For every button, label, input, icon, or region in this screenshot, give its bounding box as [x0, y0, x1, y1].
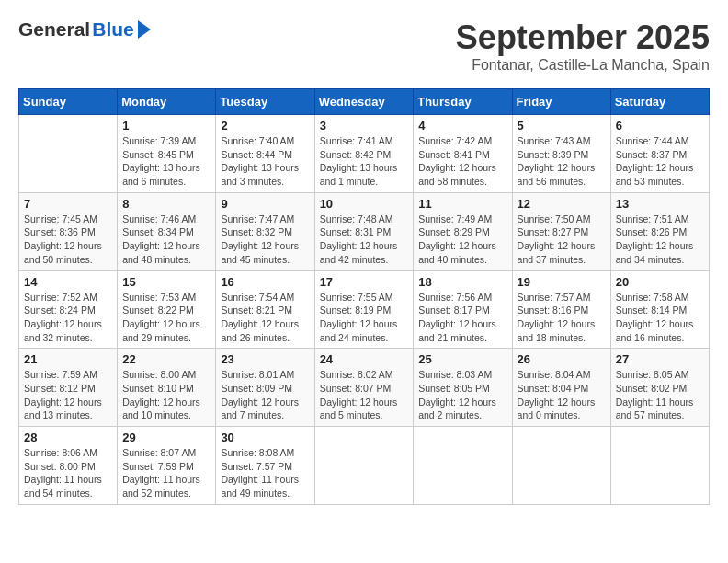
calendar-day-cell: 3Sunrise: 7:41 AM Sunset: 8:42 PM Daylig…: [314, 115, 414, 193]
calendar-day-cell: 8Sunrise: 7:46 AM Sunset: 8:34 PM Daylig…: [118, 192, 216, 270]
logo-general-text: General: [18, 18, 90, 40]
location: Fontanar, Castille-La Mancha, Spain: [456, 57, 710, 74]
day-info: Sunrise: 8:04 AM Sunset: 8:04 PM Dayligh…: [518, 368, 606, 422]
day-number: 6: [616, 119, 704, 132]
day-info: Sunrise: 7:41 AM Sunset: 8:42 PM Dayligh…: [320, 134, 409, 189]
calendar-header-cell: Wednesday: [314, 89, 414, 115]
day-number: 11: [418, 197, 506, 211]
calendar-day-cell: [512, 427, 610, 505]
day-number: 22: [122, 352, 210, 366]
calendar-day-cell: 20Sunrise: 7:58 AM Sunset: 8:14 PM Dayli…: [610, 270, 709, 349]
calendar-day-cell: 7Sunrise: 7:45 AM Sunset: 8:36 PM Daylig…: [19, 192, 118, 270]
calendar-day-cell: 18Sunrise: 7:56 AM Sunset: 8:17 PM Dayli…: [414, 270, 512, 349]
calendar-day-cell: [610, 427, 709, 505]
day-info: Sunrise: 7:53 AM Sunset: 8:22 PM Dayligh…: [122, 291, 210, 345]
day-info: Sunrise: 7:49 AM Sunset: 8:29 PM Dayligh…: [418, 213, 506, 267]
calendar-body: 1Sunrise: 7:39 AM Sunset: 8:45 PM Daylig…: [19, 115, 710, 505]
logo-arrow-icon: [138, 20, 151, 39]
day-number: 25: [418, 352, 506, 366]
calendar-day-cell: 25Sunrise: 8:03 AM Sunset: 8:05 PM Dayli…: [414, 349, 512, 427]
day-info: Sunrise: 8:05 AM Sunset: 8:02 PM Dayligh…: [616, 368, 704, 422]
day-info: Sunrise: 7:48 AM Sunset: 8:31 PM Dayligh…: [320, 213, 409, 267]
calendar-week-row: 28Sunrise: 8:06 AM Sunset: 8:00 PM Dayli…: [19, 427, 710, 505]
day-info: Sunrise: 7:58 AM Sunset: 8:14 PM Dayligh…: [616, 291, 704, 345]
calendar-week-row: 1Sunrise: 7:39 AM Sunset: 8:45 PM Daylig…: [19, 115, 710, 193]
day-info: Sunrise: 8:03 AM Sunset: 8:05 PM Dayligh…: [418, 368, 506, 422]
calendar-day-cell: [414, 427, 512, 505]
calendar-header-cell: Friday: [512, 89, 610, 115]
day-number: 16: [221, 275, 309, 289]
calendar-day-cell: 6Sunrise: 7:44 AM Sunset: 8:37 PM Daylig…: [610, 115, 709, 193]
day-number: 20: [616, 275, 704, 289]
calendar-day-cell: 26Sunrise: 8:04 AM Sunset: 8:04 PM Dayli…: [512, 349, 610, 427]
day-number: 8: [122, 197, 210, 211]
day-number: 1: [122, 119, 210, 132]
calendar-day-cell: 10Sunrise: 7:48 AM Sunset: 8:31 PM Dayli…: [314, 192, 414, 270]
day-number: 15: [122, 275, 210, 289]
month-title: September 2025: [456, 18, 710, 57]
day-info: Sunrise: 7:40 AM Sunset: 8:44 PM Dayligh…: [221, 134, 309, 189]
calendar-table: SundayMondayTuesdayWednesdayThursdayFrid…: [18, 88, 710, 505]
day-info: Sunrise: 7:44 AM Sunset: 8:37 PM Dayligh…: [616, 134, 704, 189]
day-info: Sunrise: 8:07 AM Sunset: 7:59 PM Dayligh…: [122, 446, 210, 500]
calendar-day-cell: 30Sunrise: 8:08 AM Sunset: 7:57 PM Dayli…: [216, 427, 314, 505]
day-info: Sunrise: 7:47 AM Sunset: 8:32 PM Dayligh…: [221, 213, 309, 267]
day-number: 27: [616, 352, 704, 366]
day-number: 5: [518, 119, 606, 132]
day-info: Sunrise: 8:06 AM Sunset: 8:00 PM Dayligh…: [24, 446, 112, 500]
day-number: 2: [221, 119, 309, 132]
calendar-day-cell: 21Sunrise: 7:59 AM Sunset: 8:12 PM Dayli…: [19, 349, 118, 427]
day-number: 14: [24, 275, 112, 289]
day-number: 13: [616, 197, 704, 211]
day-info: Sunrise: 7:42 AM Sunset: 8:41 PM Dayligh…: [418, 134, 506, 189]
calendar-day-cell: 5Sunrise: 7:43 AM Sunset: 8:39 PM Daylig…: [512, 115, 610, 193]
calendar-week-row: 14Sunrise: 7:52 AM Sunset: 8:24 PM Dayli…: [19, 270, 710, 349]
calendar-day-cell: 19Sunrise: 7:57 AM Sunset: 8:16 PM Dayli…: [512, 270, 610, 349]
calendar-week-row: 21Sunrise: 7:59 AM Sunset: 8:12 PM Dayli…: [19, 349, 710, 427]
day-info: Sunrise: 7:46 AM Sunset: 8:34 PM Dayligh…: [122, 213, 210, 267]
day-number: 30: [221, 431, 309, 444]
calendar-day-cell: 29Sunrise: 8:07 AM Sunset: 7:59 PM Dayli…: [118, 427, 216, 505]
day-number: 19: [518, 275, 606, 289]
calendar-header-cell: Monday: [118, 89, 216, 115]
day-info: Sunrise: 7:39 AM Sunset: 8:45 PM Dayligh…: [122, 134, 210, 189]
calendar-day-cell: 27Sunrise: 8:05 AM Sunset: 8:02 PM Dayli…: [610, 349, 709, 427]
day-info: Sunrise: 7:57 AM Sunset: 8:16 PM Dayligh…: [518, 291, 606, 345]
day-info: Sunrise: 7:55 AM Sunset: 8:19 PM Dayligh…: [320, 291, 409, 345]
calendar-day-cell: 9Sunrise: 7:47 AM Sunset: 8:32 PM Daylig…: [216, 192, 314, 270]
day-number: 3: [320, 119, 409, 132]
calendar-day-cell: 2Sunrise: 7:40 AM Sunset: 8:44 PM Daylig…: [216, 115, 314, 193]
day-number: 7: [24, 197, 112, 211]
calendar-day-cell: [314, 427, 414, 505]
day-info: Sunrise: 7:43 AM Sunset: 8:39 PM Dayligh…: [518, 134, 606, 189]
calendar-header-cell: Saturday: [610, 89, 709, 115]
logo: General Blue: [18, 18, 151, 40]
calendar-header-row: SundayMondayTuesdayWednesdayThursdayFrid…: [19, 89, 710, 115]
day-info: Sunrise: 7:59 AM Sunset: 8:12 PM Dayligh…: [24, 368, 112, 422]
day-info: Sunrise: 8:01 AM Sunset: 8:09 PM Dayligh…: [221, 368, 309, 422]
calendar-header-cell: Tuesday: [216, 89, 314, 115]
day-number: 9: [221, 197, 309, 211]
day-number: 4: [418, 119, 506, 132]
title-block: September 2025 Fontanar, Castille-La Man…: [456, 18, 710, 74]
calendar-day-cell: 17Sunrise: 7:55 AM Sunset: 8:19 PM Dayli…: [314, 270, 414, 349]
calendar-day-cell: 14Sunrise: 7:52 AM Sunset: 8:24 PM Dayli…: [19, 270, 118, 349]
calendar-day-cell: 1Sunrise: 7:39 AM Sunset: 8:45 PM Daylig…: [118, 115, 216, 193]
day-number: 21: [24, 352, 112, 366]
day-info: Sunrise: 7:52 AM Sunset: 8:24 PM Dayligh…: [24, 291, 112, 345]
calendar-day-cell: 11Sunrise: 7:49 AM Sunset: 8:29 PM Dayli…: [414, 192, 512, 270]
calendar-day-cell: 24Sunrise: 8:02 AM Sunset: 8:07 PM Dayli…: [314, 349, 414, 427]
calendar-header-cell: Thursday: [414, 89, 512, 115]
calendar-day-cell: 13Sunrise: 7:51 AM Sunset: 8:26 PM Dayli…: [610, 192, 709, 270]
day-number: 24: [320, 352, 409, 366]
calendar-day-cell: 12Sunrise: 7:50 AM Sunset: 8:27 PM Dayli…: [512, 192, 610, 270]
calendar-day-cell: 22Sunrise: 8:00 AM Sunset: 8:10 PM Dayli…: [118, 349, 216, 427]
calendar-day-cell: 23Sunrise: 8:01 AM Sunset: 8:09 PM Dayli…: [216, 349, 314, 427]
calendar-header-cell: Sunday: [19, 89, 118, 115]
day-info: Sunrise: 7:56 AM Sunset: 8:17 PM Dayligh…: [418, 291, 506, 345]
day-number: 18: [418, 275, 506, 289]
day-number: 29: [122, 431, 210, 444]
calendar-day-cell: [19, 115, 118, 193]
day-number: 17: [320, 275, 409, 289]
day-number: 26: [518, 352, 606, 366]
